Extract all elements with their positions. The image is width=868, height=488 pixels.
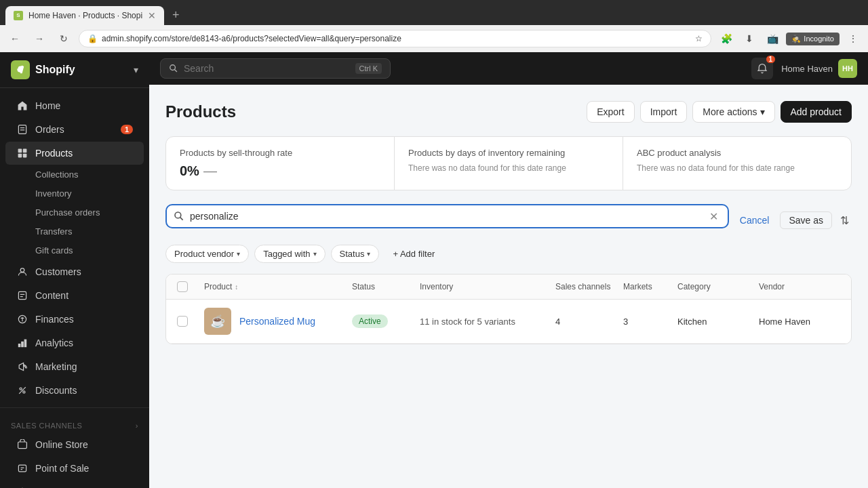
active-tab[interactable]: S Home Haven · Products · Shopi ✕ xyxy=(5,6,164,25)
address-text: admin.shopify.com/store/de8143-a6/produc… xyxy=(102,34,691,43)
stat-days-inventory[interactable]: Products by days of inventory remaining … xyxy=(395,137,623,190)
address-bar[interactable]: 🔒 admin.shopify.com/store/de8143-a6/prod… xyxy=(79,30,711,47)
svg-rect-16 xyxy=(24,340,26,346)
sales-channels-expand[interactable]: › xyxy=(136,422,138,430)
page-title: Products xyxy=(165,102,236,121)
finances-icon xyxy=(16,313,28,325)
col-product[interactable]: Product ↕ xyxy=(204,282,352,291)
search-cancel-button[interactable]: Cancel xyxy=(734,215,775,226)
extensions-button[interactable]: 🧩 xyxy=(717,29,736,48)
bookmark-icon[interactable]: ☆ xyxy=(695,34,703,43)
col-vendor: Vendor xyxy=(759,282,840,291)
search-shortcut: Ctrl K xyxy=(355,63,382,74)
products-icon xyxy=(16,147,28,159)
sidebar-item-products[interactable]: Products xyxy=(5,142,144,165)
store-selector[interactable]: ▾ xyxy=(134,64,138,75)
sidebar-item-analytics[interactable]: Analytics xyxy=(5,331,144,354)
filter-status[interactable]: Status ▾ xyxy=(331,245,380,263)
sidebar-item-finances-label: Finances xyxy=(35,314,74,325)
download-button[interactable]: ⬇ xyxy=(740,29,759,48)
markets-cell: 3 xyxy=(623,317,677,327)
svg-line-29 xyxy=(180,218,183,220)
select-all-checkbox[interactable] xyxy=(177,281,204,292)
sidebar-item-purchase-orders-label: Purchase orders xyxy=(35,207,100,218)
add-product-button[interactable]: Add product xyxy=(781,101,852,123)
content-icon xyxy=(16,289,28,302)
reload-button[interactable]: ↻ xyxy=(54,29,73,48)
sidebar-item-inventory[interactable]: Inventory xyxy=(5,184,144,203)
incognito-badge[interactable]: 🕵 Incognito xyxy=(786,33,840,45)
status-badge: Active xyxy=(352,314,388,328)
stat-sell-through-value: 0% — xyxy=(180,163,380,179)
search-input[interactable] xyxy=(184,63,350,74)
lock-icon: 🔒 xyxy=(87,34,98,43)
notifications-button[interactable]: 1 xyxy=(751,58,773,79)
marketing-icon xyxy=(16,361,28,373)
sidebar-item-marketing[interactable]: Marketing xyxy=(5,355,144,378)
forward-button[interactable]: → xyxy=(30,29,49,48)
sidebar-item-content[interactable]: Content xyxy=(5,284,144,307)
sidebar: Shopify ▾ Home Orders 1 xyxy=(0,52,149,488)
sidebar-item-purchase-orders[interactable]: Purchase orders xyxy=(5,203,144,222)
cast-button[interactable]: 📺 xyxy=(763,29,782,48)
incognito-label: Incognito xyxy=(804,35,834,43)
sales-channels-label: Sales channels xyxy=(11,422,82,430)
product-name[interactable]: Personalized Mug xyxy=(239,316,315,327)
sidebar-divider xyxy=(0,407,149,408)
sidebar-item-orders-label: Orders xyxy=(35,124,64,135)
row-checkbox[interactable] xyxy=(177,316,188,327)
stat-sell-through[interactable]: Products by sell-through rate 0% — xyxy=(166,137,395,190)
sidebar-item-discounts-label: Discounts xyxy=(35,385,77,396)
col-product-label: Product xyxy=(204,282,232,291)
back-button[interactable]: ← xyxy=(5,29,24,48)
sidebar-item-shop[interactable]: Shop xyxy=(5,481,144,488)
sidebar-item-finances[interactable]: Finances xyxy=(5,308,144,331)
more-actions-button[interactable]: More actions ▾ xyxy=(692,101,774,123)
product-search-area[interactable]: ✕ xyxy=(165,204,729,228)
product-cell: ☕ Personalized Mug xyxy=(204,308,352,335)
sidebar-item-point-of-sale[interactable]: Point of Sale xyxy=(5,457,144,480)
product-search-input[interactable] xyxy=(184,209,707,223)
sidebar-item-home[interactable]: Home xyxy=(5,94,144,117)
row-checkbox-container xyxy=(177,316,204,327)
search-box[interactable]: Ctrl K xyxy=(160,58,391,79)
incognito-icon: 🕵 xyxy=(791,35,801,43)
filter-product-vendor[interactable]: Product vendor ▾ xyxy=(165,245,249,263)
store-button[interactable]: Home Haven HH xyxy=(781,59,857,78)
store-name: Home Haven xyxy=(781,64,833,74)
sort-button[interactable]: ⇅ xyxy=(837,211,852,230)
sidebar-item-orders[interactable]: Orders 1 xyxy=(5,118,144,141)
add-filter-button[interactable]: + Add filter xyxy=(384,245,443,262)
product-sort-icon: ↕ xyxy=(235,283,238,291)
sidebar-nav: Home Orders 1 Products Collections Inven… xyxy=(0,88,149,488)
save-as-button[interactable]: Save as xyxy=(780,211,832,229)
products-table: Product ↕ Status Inventory Sales channel… xyxy=(165,274,852,344)
vendor-cell: Home Haven xyxy=(759,317,840,327)
svg-point-26 xyxy=(170,65,176,70)
search-clear-button[interactable]: ✕ xyxy=(707,209,721,223)
svg-rect-8 xyxy=(18,291,26,299)
sidebar-item-online-store[interactable]: Online Store xyxy=(5,433,144,456)
sidebar-item-gift-cards[interactable]: Gift cards xyxy=(5,241,144,260)
header-checkbox[interactable] xyxy=(177,281,188,292)
sidebar-item-customers[interactable]: Customers xyxy=(5,260,144,283)
table-row[interactable]: ☕ Personalized Mug Active 11 in stock fo… xyxy=(166,300,851,344)
col-vendor-label: Vendor xyxy=(759,282,785,291)
filter-tagged-with[interactable]: Tagged with ▾ xyxy=(254,245,325,263)
import-button[interactable]: Import xyxy=(640,101,688,123)
sidebar-item-products-label: Products xyxy=(35,148,73,159)
svg-rect-6 xyxy=(23,154,27,158)
app-container: Shopify ▾ Home Orders 1 xyxy=(0,52,868,488)
sidebar-item-transfers[interactable]: Transfers xyxy=(5,222,144,241)
sidebar-item-collections[interactable]: Collections xyxy=(5,165,144,184)
tab-close-button[interactable]: ✕ xyxy=(148,10,156,21)
sidebar-item-discounts[interactable]: Discounts xyxy=(5,379,144,402)
menu-button[interactable]: ⋮ xyxy=(844,29,863,48)
filter-status-label: Status xyxy=(340,249,365,259)
new-tab-button[interactable]: + xyxy=(167,5,185,25)
export-button[interactable]: Export xyxy=(587,101,634,123)
shopify-wordmark: Shopify xyxy=(35,64,75,76)
inventory-cell: 11 in stock for 5 variants xyxy=(420,317,555,327)
stat-abc-analysis[interactable]: ABC product analysis There was no data f… xyxy=(623,137,851,190)
browser-tabs: S Home Haven · Products · Shopi ✕ + xyxy=(0,0,868,25)
